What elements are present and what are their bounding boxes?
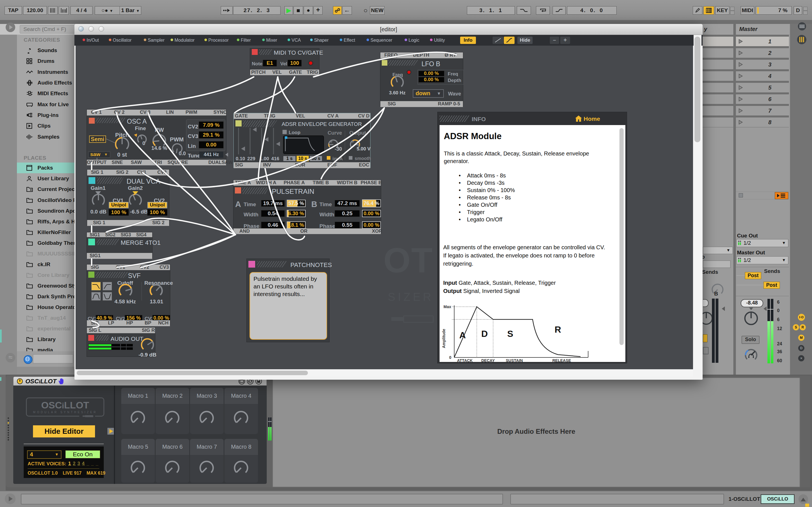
svg-text:S: S [507, 329, 513, 339]
svg-text:ATTACK: ATTACK [457, 358, 472, 362]
svg-text:Max: Max [444, 304, 451, 309]
svg-text:Amplitude: Amplitude [442, 329, 446, 348]
svg-text:0: 0 [449, 355, 451, 360]
svg-text:A: A [459, 330, 466, 340]
svg-text:SUSTAIN: SUSTAIN [506, 358, 523, 362]
svg-text:RELEASE: RELEASE [552, 358, 571, 362]
svg-text:D: D [481, 329, 488, 339]
svg-text:R: R [555, 325, 561, 335]
svg-text:DECAY: DECAY [481, 358, 495, 362]
